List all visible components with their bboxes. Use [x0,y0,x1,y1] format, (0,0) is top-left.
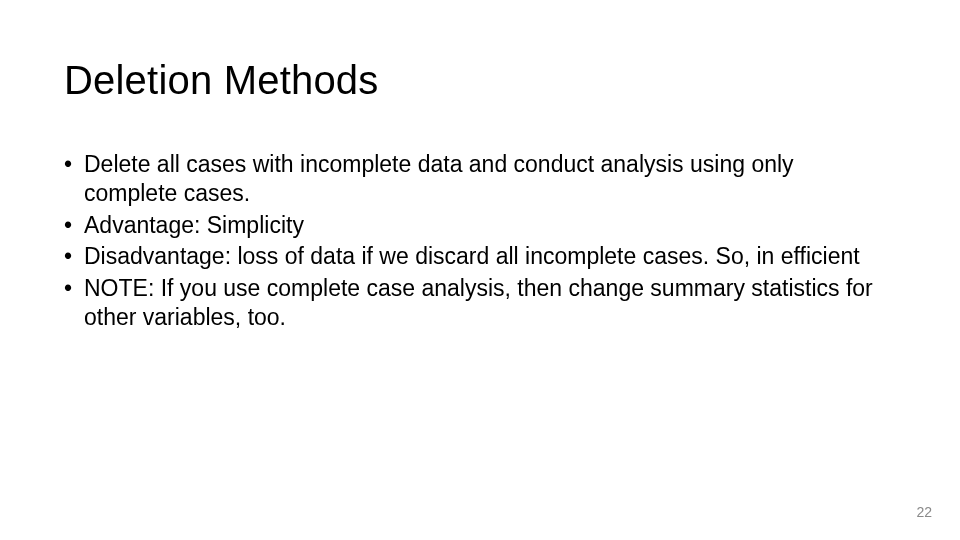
page-number: 22 [916,504,932,520]
list-item: Advantage: Simplicity [64,211,880,240]
list-item: NOTE: If you use complete case analysis,… [64,274,880,333]
slide: Deletion Methods Delete all cases with i… [0,0,960,540]
list-item: Delete all cases with incomplete data an… [64,150,880,209]
slide-body: Delete all cases with incomplete data an… [64,150,880,335]
bullet-list: Delete all cases with incomplete data an… [64,150,880,333]
list-item: Disadvantage: loss of data if we discard… [64,242,880,271]
slide-title: Deletion Methods [64,58,379,103]
